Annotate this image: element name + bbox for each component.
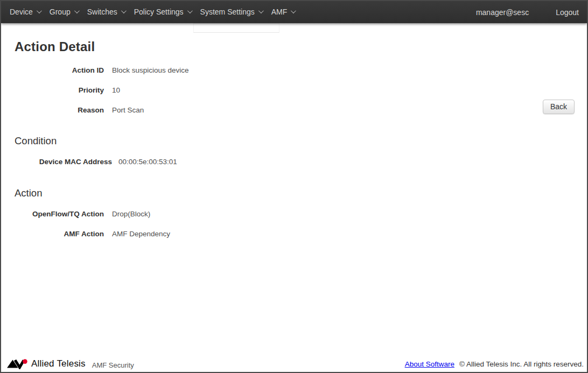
brand-name: Allied Telesis bbox=[31, 358, 86, 369]
menu-policy-settings[interactable]: Policy Settings bbox=[134, 1, 192, 23]
field-label: OpenFlow/TQ Action bbox=[15, 210, 104, 219]
product-name: AMF Security bbox=[92, 359, 134, 369]
field-row-device-mac: Device MAC Address 00:00:5e:00:53:01 bbox=[15, 158, 573, 166]
field-label: Priority bbox=[15, 86, 104, 95]
menu-device-label: Device bbox=[10, 1, 33, 23]
chevron-down-icon bbox=[187, 8, 193, 13]
field-value: Port Scan bbox=[112, 106, 144, 115]
field-value: Block suspicious device bbox=[112, 66, 189, 75]
chevron-down-icon bbox=[37, 8, 42, 13]
field-row-action-id: Action ID Block suspicious device bbox=[15, 66, 573, 75]
allied-telesis-logo-icon bbox=[6, 358, 28, 369]
field-row-amf-action: AMF Action AMF Dependency bbox=[15, 230, 573, 238]
chevron-down-icon bbox=[121, 8, 127, 13]
back-button[interactable]: Back bbox=[543, 100, 575, 114]
menu-system-settings[interactable]: System Settings bbox=[200, 1, 263, 23]
app-window: { "navbar": { "background": "#333333", "… bbox=[0, 0, 588, 373]
condition-fields: Device MAC Address 00:00:5e:00:53:01 bbox=[15, 158, 573, 166]
chevron-down-icon bbox=[291, 8, 296, 13]
main-content: Action Detail Back Action ID Block suspi… bbox=[1, 39, 587, 238]
action-fields: OpenFlow/TQ Action Drop(Block) AMF Actio… bbox=[15, 210, 573, 238]
action-detail-fields: Action ID Block suspicious device Priori… bbox=[15, 66, 573, 115]
brand: Allied Telesis AMF Security bbox=[6, 358, 134, 369]
field-label: Reason bbox=[15, 106, 104, 115]
footer-right: About Software © Allied Telesis Inc. All… bbox=[405, 360, 584, 368]
field-label: Device MAC Address bbox=[15, 158, 112, 166]
about-software-link[interactable]: About Software bbox=[405, 360, 454, 368]
main-menu: Device Group Switches Policy Settings Sy… bbox=[9, 1, 303, 23]
field-value: 00:00:5e:00:53:01 bbox=[118, 158, 177, 166]
navbar-right: manager@sesc Logout bbox=[476, 8, 579, 17]
chevron-down-icon bbox=[258, 8, 264, 13]
field-label: Action ID bbox=[15, 66, 104, 75]
system-settings-dropdown-panel bbox=[193, 23, 279, 33]
chevron-down-icon bbox=[74, 8, 80, 13]
page-title: Action Detail bbox=[15, 39, 573, 54]
top-navbar: Device Group Switches Policy Settings Sy… bbox=[1, 1, 587, 23]
menu-policy-settings-label: Policy Settings bbox=[134, 1, 184, 23]
menu-amf-label: AMF bbox=[271, 1, 288, 23]
menu-switches-label: Switches bbox=[87, 1, 117, 23]
menu-group[interactable]: Group bbox=[49, 1, 79, 23]
logout-button[interactable]: Logout bbox=[556, 8, 579, 17]
menu-group-label: Group bbox=[50, 1, 71, 23]
field-label: AMF Action bbox=[15, 230, 104, 238]
copyright-text: © Allied Telesis Inc. All rights reserve… bbox=[459, 360, 584, 368]
field-value: Drop(Block) bbox=[112, 210, 150, 219]
field-row-openflow-action: OpenFlow/TQ Action Drop(Block) bbox=[15, 210, 573, 219]
condition-section-title: Condition bbox=[15, 135, 573, 147]
logged-in-user: manager@sesc bbox=[476, 8, 529, 17]
action-section-title: Action bbox=[15, 187, 573, 199]
menu-system-settings-label: System Settings bbox=[200, 1, 255, 23]
menu-device[interactable]: Device bbox=[9, 1, 41, 23]
menu-amf[interactable]: AMF bbox=[271, 1, 296, 23]
field-value: 10 bbox=[112, 86, 120, 95]
field-row-priority: Priority 10 bbox=[15, 86, 573, 95]
field-row-reason: Reason Port Scan bbox=[15, 106, 573, 115]
footer: Allied Telesis AMF Security About Softwa… bbox=[1, 358, 587, 372]
menu-switches[interactable]: Switches bbox=[87, 1, 125, 23]
field-value: AMF Dependency bbox=[112, 230, 170, 238]
